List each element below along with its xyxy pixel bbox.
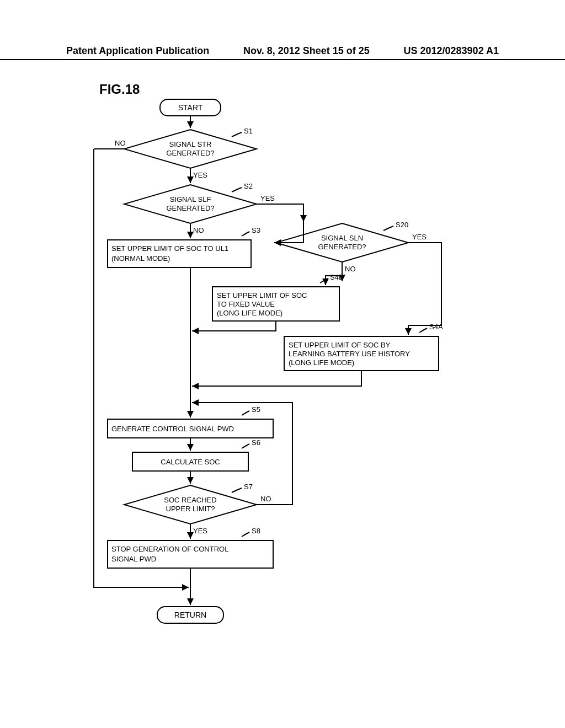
s5-line1: GENERATE CONTROL SIGNAL PWD bbox=[111, 425, 234, 433]
s4b-line1: SET UPPER LIMIT OF SOC bbox=[217, 291, 307, 299]
s20-tag: S20 bbox=[396, 221, 408, 229]
s3-tag: S3 bbox=[252, 226, 260, 234]
s2-tag: S2 bbox=[244, 182, 253, 190]
s4a-line2: LEARNING BATTERY USE HISTORY bbox=[289, 350, 410, 358]
s20-no: NO bbox=[345, 265, 356, 273]
s7-line2: UPPER LIMIT? bbox=[166, 505, 215, 513]
s7-line1: SOC REACHED bbox=[164, 496, 216, 504]
s1-tag: S1 bbox=[244, 127, 253, 135]
s4b-tag: S4B bbox=[330, 273, 344, 281]
page-header: Patent Application Publication Nov. 8, 2… bbox=[0, 45, 565, 60]
s2-line1: SIGNAL SLF bbox=[170, 195, 211, 204]
s2-no: NO bbox=[193, 226, 204, 234]
s1-yes: YES bbox=[193, 171, 207, 179]
s1-line1: SIGNAL STR bbox=[169, 140, 212, 148]
s20-line1: SIGNAL SLN bbox=[321, 234, 363, 242]
s8-line1: STOP GENERATION OF CONTROL bbox=[111, 545, 228, 553]
s1-no: NO bbox=[115, 139, 126, 147]
s4a-tag: S4A bbox=[429, 323, 443, 331]
s8-line2: SIGNAL PWD bbox=[111, 555, 156, 563]
s8-tag: S8 bbox=[252, 527, 260, 535]
s4a-line3: (LONG LIFE MODE) bbox=[289, 358, 354, 367]
s2-yes: YES bbox=[260, 194, 275, 202]
s4a-line1: SET UPPER LIMIT OF SOC BY bbox=[289, 341, 391, 349]
start-label: START bbox=[178, 103, 203, 112]
s2-line2: GENERATED? bbox=[166, 204, 214, 212]
s3-line2: (NORMAL MODE) bbox=[111, 254, 170, 263]
flowchart: START SIGNAL STR GENERATED? S1 NO YES SI… bbox=[66, 94, 508, 700]
s20-yes: YES bbox=[412, 233, 427, 241]
header-center: Nov. 8, 2012 Sheet 15 of 25 bbox=[243, 45, 370, 57]
s6-line1: CALCULATE SOC bbox=[161, 458, 220, 466]
s7-yes: YES bbox=[193, 527, 207, 535]
s5-tag: S5 bbox=[252, 405, 260, 414]
page: Patent Application Publication Nov. 8, 2… bbox=[0, 0, 565, 728]
header-right: US 2012/0283902 A1 bbox=[404, 45, 499, 57]
s4b-line3: (LONG LIFE MODE) bbox=[217, 309, 282, 317]
s7-tag: S7 bbox=[244, 483, 253, 491]
s3-line1: SET UPPER LIMIT OF SOC TO UL1 bbox=[111, 244, 228, 253]
header-left: Patent Application Publication bbox=[66, 45, 209, 57]
s1-line2: GENERATED? bbox=[166, 149, 214, 157]
s4b-line2: TO FIXED VALUE bbox=[217, 300, 275, 308]
s20-line2: GENERATED? bbox=[318, 243, 366, 251]
s6-tag: S6 bbox=[252, 438, 260, 447]
s7-no: NO bbox=[260, 495, 271, 503]
return-label: RETURN bbox=[174, 611, 206, 619]
